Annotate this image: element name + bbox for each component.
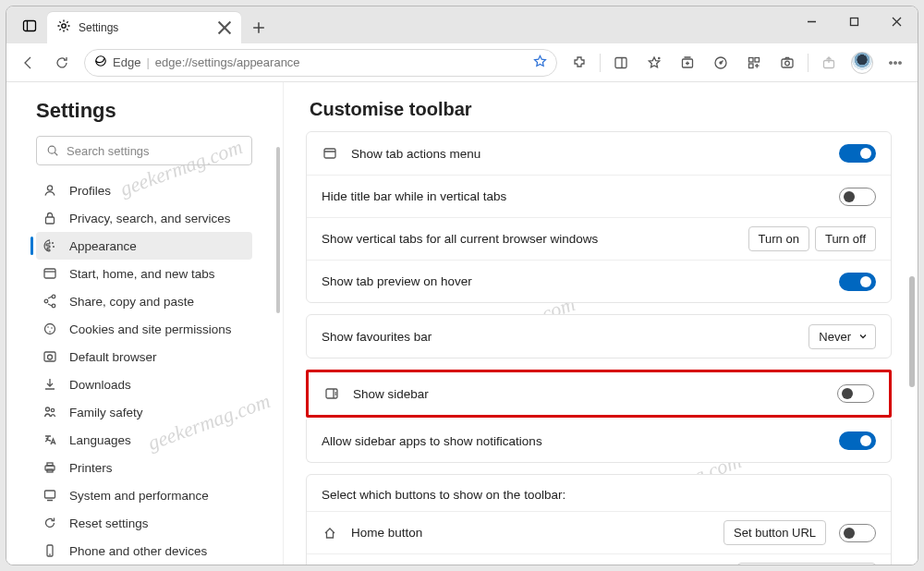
sidebar-item-privacy[interactable]: Privacy, search, and services: [36, 204, 252, 232]
address-separator: |: [146, 55, 149, 69]
refresh-button[interactable]: [47, 48, 77, 78]
toggle-sidebar-notif[interactable]: [839, 431, 876, 450]
tab-title: Settings: [79, 21, 210, 34]
row-sidebar-notif: Allow sidebar apps to show notifications: [307, 419, 891, 462]
family-icon: [42, 405, 58, 419]
sidebar-item-system[interactable]: System and performance: [36, 481, 252, 509]
svg-point-38: [53, 246, 55, 248]
svg-point-33: [48, 146, 55, 153]
sidebar-item-share[interactable]: Share, copy and paste: [36, 287, 252, 315]
cookie-icon: [42, 322, 58, 336]
svg-point-41: [52, 295, 55, 298]
sidebar-toggle-icon[interactable]: [606, 48, 636, 78]
row-label: Show tab actions menu: [351, 147, 826, 161]
nav-label: Profiles: [69, 184, 111, 198]
address-bar[interactable]: Edge | edge://settings/appearance: [84, 49, 557, 77]
more-menu-icon[interactable]: [881, 48, 910, 78]
nav-label: Cookies and site permissions: [69, 322, 232, 336]
sidebar-item-languages[interactable]: Languages: [36, 426, 252, 454]
svg-rect-36: [46, 217, 55, 224]
card-tabs: Show tab actions menu Hide title bar whi…: [306, 131, 892, 303]
minimize-button[interactable]: [790, 6, 833, 36]
maximize-button[interactable]: [833, 6, 875, 36]
svg-rect-55: [45, 491, 55, 498]
chevron-down-icon: [858, 332, 868, 341]
sidebar-item-printers[interactable]: Printers: [36, 454, 252, 481]
new-tab-button[interactable]: [245, 14, 273, 42]
sidebar-scrollbar[interactable]: [275, 82, 281, 565]
svg-point-49: [48, 355, 53, 359]
search-placeholder: Search settings: [67, 144, 150, 158]
toggle-hide-title[interactable]: [839, 188, 876, 206]
sidebar-item-start[interactable]: Start, home, and new tabs: [36, 260, 252, 287]
svg-point-35: [47, 186, 52, 190]
share-icon: [42, 294, 58, 309]
svg-point-32: [899, 61, 901, 63]
sidebar-item-profiles[interactable]: Profiles: [36, 176, 252, 204]
row-label: Show sidebar: [353, 387, 824, 401]
toggle-home-button[interactable]: [839, 524, 876, 542]
app-icon[interactable]: [739, 48, 769, 78]
card-toolbar-buttons: Select which buttons to show on the tool…: [306, 474, 892, 565]
screenshot-icon[interactable]: [772, 48, 802, 78]
search-input[interactable]: Search settings: [36, 136, 252, 165]
svg-point-42: [44, 299, 48, 303]
nav-label: Languages: [69, 433, 131, 447]
toggle-tab-preview[interactable]: [839, 273, 876, 291]
profile-icon: [42, 183, 58, 198]
svg-point-2: [62, 24, 66, 28]
favorites-icon[interactable]: [639, 48, 669, 78]
settings-sidebar: Settings Search settings Profiles Privac…: [6, 82, 284, 565]
svg-point-21: [720, 62, 722, 64]
set-button-url[interactable]: Set button URL: [723, 520, 826, 545]
sidebar-item-reset[interactable]: Reset settings: [36, 509, 252, 537]
window-icon: [42, 266, 58, 281]
row-label: Allow sidebar apps to show notifications: [322, 434, 826, 448]
sidebar-item-appearance[interactable]: Appearance: [36, 232, 252, 260]
sidebar-item-family[interactable]: Family safety: [36, 398, 252, 426]
sidebar-item-downloads[interactable]: Downloads: [36, 371, 252, 398]
row-tab-actions: Show tab actions menu: [307, 132, 891, 175]
toggle-tab-actions[interactable]: [839, 144, 876, 163]
turn-off-button[interactable]: Turn off: [815, 226, 876, 251]
svg-rect-62: [326, 389, 337, 398]
back-button[interactable]: [14, 48, 43, 78]
svg-rect-39: [44, 269, 55, 278]
tab-close-button[interactable]: [217, 20, 232, 35]
collections-icon[interactable]: [673, 48, 702, 78]
tab-actions-icon: [322, 146, 338, 161]
language-icon: [42, 432, 58, 447]
card-sidebar-notif: Allow sidebar apps to show notifications: [306, 419, 892, 463]
nav-label: Printers: [69, 461, 113, 475]
main-scrollbar[interactable]: [906, 82, 916, 565]
tab-actions-menu-button[interactable]: [14, 10, 45, 42]
svg-line-34: [55, 152, 57, 155]
toggle-show-sidebar[interactable]: [837, 384, 874, 403]
svg-point-50: [46, 407, 50, 411]
row-show-sidebar: Show sidebar: [309, 372, 889, 415]
svg-point-28: [785, 61, 790, 66]
sidebar-item-default-browser[interactable]: Default browser: [36, 343, 252, 371]
sidebar-item-cookies[interactable]: Cookies and site permissions: [36, 315, 252, 343]
nav-label: Privacy, search, and services: [69, 212, 231, 225]
browser-tab[interactable]: Settings: [47, 12, 241, 43]
sidebar-item-phone[interactable]: Phone and other devices: [36, 537, 252, 565]
close-window-button[interactable]: [875, 6, 918, 36]
svg-rect-0: [24, 21, 36, 31]
svg-rect-22: [749, 57, 754, 62]
extensions-icon[interactable]: [565, 48, 594, 78]
share-icon[interactable]: [814, 48, 844, 78]
svg-point-43: [52, 304, 55, 308]
toolbar-buttons-header: Select which buttons to show on the tool…: [307, 475, 891, 511]
nav-label: Reset settings: [69, 516, 149, 530]
turn-on-button[interactable]: Turn on: [748, 226, 809, 251]
browser-icon: [42, 349, 58, 364]
svg-point-44: [45, 324, 55, 334]
extensions-button-select[interactable]: Show automatically: [737, 563, 876, 565]
performance-icon[interactable]: [706, 48, 736, 78]
edge-icon: [94, 55, 107, 70]
row-extensions-button: Extensions button Show automatically: [307, 553, 891, 565]
favorite-star-icon[interactable]: [533, 55, 547, 71]
profile-avatar[interactable]: [847, 48, 877, 78]
favourites-bar-select[interactable]: Never: [808, 324, 876, 349]
